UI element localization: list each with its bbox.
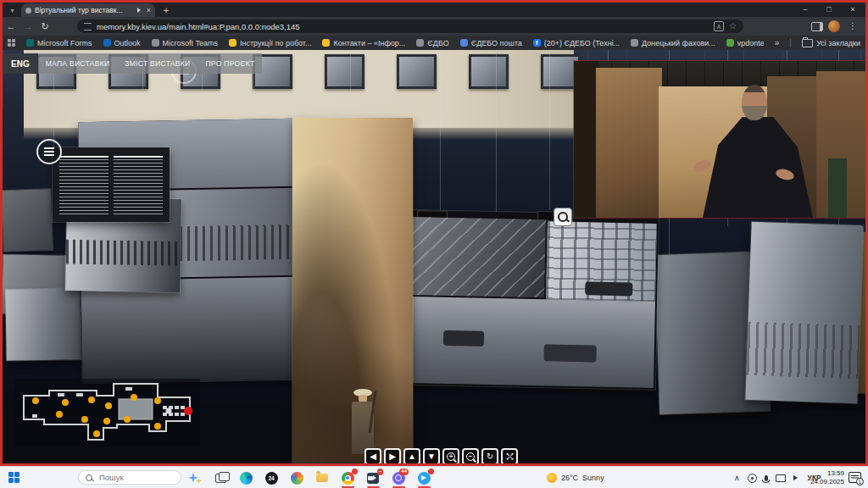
close-button[interactable]: × [842, 3, 864, 16]
bookmark-star-icon[interactable]: ☆ [729, 22, 737, 30]
bookmark-item[interactable]: Microsoft Teams [152, 39, 218, 47]
presenter-head [742, 85, 767, 120]
url-text[interactable]: memory.kby.kiev.ua/main.html#ua:P,pan,0.… [97, 22, 709, 31]
url-bar[interactable]: memory.kby.kiev.ua/main.html#ua:P,pan,0.… [77, 19, 743, 33]
minimap-waypoint[interactable] [81, 416, 88, 423]
site-info-icon[interactable] [84, 23, 92, 30]
telegram-icon[interactable] [417, 471, 431, 485]
translate-icon[interactable]: A [714, 21, 724, 31]
minimap-waypoint[interactable] [88, 396, 95, 403]
bookmark-item[interactable]: f(20+) ЄДЕБО (Техні... [533, 39, 620, 47]
search-input[interactable] [97, 472, 169, 483]
minimap-waypoint[interactable] [62, 399, 69, 406]
collage-photo [81, 277, 298, 383]
browser-toolbar: ← → ↻ memory.kby.kiev.ua/main.html#ua:P,… [3, 17, 865, 36]
minimap-waypoint[interactable] [154, 423, 161, 430]
tab-search-chevron-icon[interactable]: ▾ [7, 5, 18, 15]
nav-item-2[interactable]: ЗМІСТ ВИСТАВКИ [117, 53, 198, 74]
apps-grid-icon[interactable] [8, 39, 15, 47]
minimap-waypoint[interactable] [166, 408, 172, 414]
bookmark-label: Microsoft Teams [163, 39, 218, 47]
all-bookmarks-folder[interactable]: Усі закладки [802, 39, 860, 47]
file-explorer-icon[interactable] [315, 471, 329, 485]
telegram-badge [428, 469, 434, 474]
camera-app-icon[interactable]: – [366, 471, 380, 485]
current-position-dot[interactable] [184, 407, 192, 415]
minimap-waypoint[interactable] [124, 416, 131, 423]
bookmark-favicon [152, 39, 159, 47]
zoom-in-icon: + [447, 452, 455, 461]
speaker-tray-icon[interactable] [793, 475, 800, 480]
clock[interactable]: 13:59 24.09.2025 [810, 469, 844, 486]
bookmark-item[interactable]: ЄДЕБО пошта [460, 39, 522, 47]
time: 13:59 [810, 469, 844, 478]
weather-widget[interactable]: 26°C Sunny [547, 467, 604, 488]
side-panel-icon[interactable] [811, 22, 823, 31]
hanging-wire [304, 50, 305, 121]
bookmark-label: Інструкції по робот... [240, 39, 312, 47]
viewer-controls: ◀▶▲▼+−↻↖↗↙↘ [364, 448, 518, 463]
control-button-pan-up[interactable]: ▲ [403, 448, 420, 463]
minimap-waypoint[interactable] [105, 402, 112, 409]
minimap-room [119, 399, 153, 419]
minimize-button[interactable]: – [794, 3, 816, 16]
bookmark-favicon [416, 39, 424, 47]
info-panel-text-column [59, 156, 108, 215]
tray-chevron-icon[interactable]: ∧ [734, 474, 740, 482]
chrome-icon[interactable] [341, 471, 354, 485]
minimap-waypoint[interactable] [103, 418, 110, 424]
bookmark-item[interactable]: ЄДБО [416, 39, 448, 47]
start-button[interactable] [8, 472, 19, 483]
notification-icon[interactable]: 1 [849, 472, 861, 483]
photo-panel-right-2 [745, 222, 863, 403]
video-overlay[interactable] [574, 61, 865, 218]
obs-tray-icon[interactable] [748, 474, 757, 483]
bookmark-item[interactable]: Інструкції по робот... [229, 39, 312, 47]
control-button-pan-down[interactable]: ▼ [423, 448, 440, 463]
back-button[interactable]: ← [3, 21, 19, 31]
mic-tray-icon[interactable] [765, 475, 768, 481]
control-button-rotate[interactable]: ↻ [481, 448, 498, 463]
nav-item-3[interactable]: ПРО ПРОЄКТ [198, 53, 262, 74]
bookmarks-overflow-chevron[interactable]: » [775, 38, 780, 47]
control-button-fullscreen[interactable]: ↖↗↙↘ [501, 448, 518, 463]
minimap[interactable] [15, 377, 200, 448]
bookmark-item[interactable]: Outlook [103, 39, 141, 47]
edge-icon[interactable] [239, 471, 253, 485]
bookmark-item[interactable]: Контакти – «Інфор... [322, 39, 405, 47]
bookmark-item[interactable]: vpdonteh@ukr.net [726, 39, 764, 47]
bookmark-item[interactable]: Донецький фахови... [631, 39, 715, 47]
app-24-icon[interactable]: 24 [264, 471, 278, 485]
nav-item-1[interactable]: МАПА ВИСТАВКИ [38, 53, 118, 74]
viber-icon[interactable]: 44 [392, 471, 405, 485]
lang-button-eng[interactable]: ENG [3, 53, 38, 74]
search-box[interactable] [78, 470, 181, 485]
menu-dots-icon[interactable]: ⋮ [849, 21, 857, 30]
photos-app-icon[interactable] [290, 471, 303, 485]
minimap-waypoint[interactable] [154, 397, 161, 404]
new-tab-button[interactable]: + [160, 4, 172, 16]
minimap-waypoint[interactable] [93, 430, 100, 437]
forward-button[interactable]: → [19, 21, 36, 31]
tab-audio-icon[interactable] [137, 8, 143, 13]
refresh-button[interactable]: ↻ [36, 21, 53, 32]
control-button-pan-left[interactable]: ◀ [364, 448, 381, 463]
bookmark-item[interactable]: Microsoft Forms [26, 39, 92, 47]
control-button-zoom-in[interactable]: + [442, 448, 459, 463]
copilot-icon[interactable] [188, 471, 202, 485]
control-button-zoom-out[interactable]: − [462, 448, 479, 463]
minimap-waypoint[interactable] [56, 411, 63, 418]
display-tray-icon[interactable] [776, 474, 786, 482]
menu-hamburger-icon[interactable] [36, 139, 62, 164]
zoom-hotspot-button[interactable] [554, 208, 572, 226]
minimap-waypoint[interactable] [131, 394, 137, 401]
maximize-button[interactable]: □ [818, 3, 840, 16]
panorama-viewer[interactable]: ENG МАПА ВИСТАВКИЗМІСТ ВИСТАВКИПРО ПРОЄК… [3, 50, 865, 463]
minimap-waypoint[interactable] [32, 397, 39, 404]
tab-close-icon[interactable]: × [147, 7, 151, 14]
photo-panel-left-3 [5, 288, 81, 361]
profile-avatar[interactable] [828, 20, 840, 32]
control-button-pan-right[interactable]: ▶ [384, 448, 401, 463]
task-view-icon[interactable] [214, 471, 227, 485]
browser-tab[interactable]: Віртуальний тур виставк... × [21, 3, 155, 17]
